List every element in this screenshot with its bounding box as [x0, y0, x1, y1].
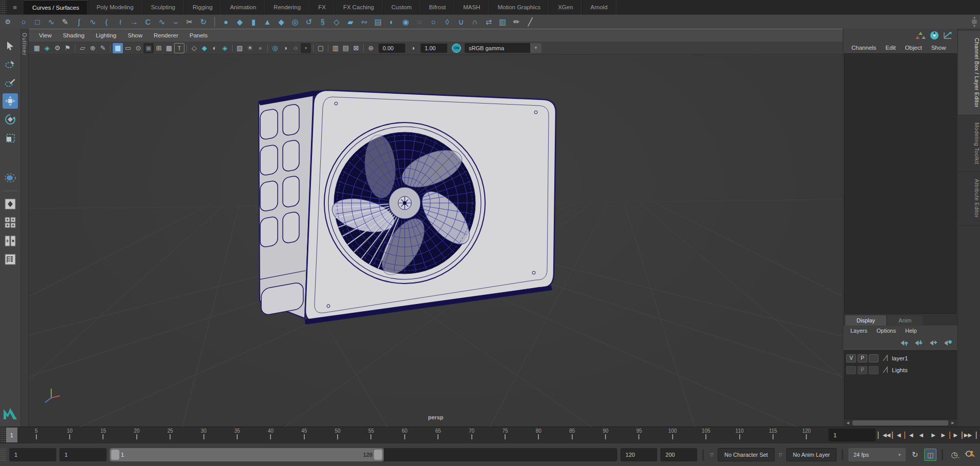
step-back-key-button[interactable]: ▏◀ — [903, 430, 914, 441]
time-slider-grip[interactable] — [0, 427, 6, 443]
range-end-handle[interactable] — [374, 450, 382, 460]
edit-menu[interactable]: Edit — [882, 45, 900, 51]
pan-zoom-tool-icon[interactable]: ⊕ — [88, 43, 98, 53]
untrim-surface-icon[interactable]: ○ — [427, 16, 440, 28]
isolate-select-icon[interactable]: ▢ — [316, 43, 326, 53]
render-settings-icon[interactable]: ▪ — [301, 43, 311, 53]
scroll-right-icon[interactable]: ▶ — [949, 421, 957, 425]
sculpt-surfaces-tool-icon[interactable]: ✏ — [510, 16, 523, 28]
birail-icon[interactable]: ∾ — [358, 16, 370, 28]
cut-curve-icon[interactable]: ✂ — [183, 16, 196, 28]
lighting-mode-icon[interactable]: ◈ — [220, 43, 230, 53]
planar-icon[interactable]: ◇ — [330, 16, 343, 28]
loft-icon[interactable]: § — [317, 16, 329, 28]
bevel-plus-icon[interactable]: ▤ — [372, 16, 384, 28]
shelf-scroll-up-icon[interactable]: ▲ — [973, 16, 976, 19]
lock-camera-icon[interactable]: ◈ — [42, 43, 52, 53]
viewport-canvas[interactable]: persp — [29, 55, 843, 427]
menu-toggle-icon[interactable]: ≡ — [6, 0, 24, 14]
nurbs-cone-icon[interactable]: ▲ — [261, 16, 274, 28]
gamma-field[interactable]: 1.00 — [421, 44, 447, 53]
scrollbar-thumb[interactable] — [852, 420, 948, 426]
anim-layer-caret-icon[interactable]: ▽ — [778, 452, 783, 457]
playback-toggle[interactable]: P — [858, 366, 867, 374]
layers-menu[interactable]: Layers — [846, 328, 871, 334]
color-management-toggle[interactable]: ON — [452, 44, 461, 53]
anim-layer-dropdown[interactable]: No Anim Layer — [786, 448, 837, 461]
ep-curve-tool-icon[interactable]: ∫ — [73, 16, 85, 28]
default-lighting-icon[interactable]: ☀ — [245, 43, 255, 53]
three-point-arc-icon[interactable]: ( — [100, 16, 113, 28]
nurbs-cube-icon[interactable]: ◆ — [234, 16, 246, 28]
2d-zoom-icon[interactable]: ▤ — [341, 43, 351, 53]
shelf-gear-icon[interactable]: ⚙ — [0, 18, 15, 26]
visibility-toggle[interactable]: V — [846, 354, 856, 362]
playblast-icon[interactable]: ◫ — [924, 449, 936, 461]
object-menu[interactable]: Object — [901, 45, 926, 51]
boolean-icon[interactable]: ◐ — [386, 16, 398, 28]
tab-animation[interactable]: Animation — [221, 0, 265, 14]
tab-rigging[interactable]: Rigging — [184, 0, 221, 14]
sidetab-channel-box[interactable]: Channel Box / Layer Editor — [958, 31, 980, 115]
safe-title-icon[interactable]: T — [174, 43, 184, 53]
layer-row-layer1[interactable]: V P layer1 — [844, 352, 956, 364]
nurbs-torus-icon[interactable]: ◎ — [289, 16, 301, 28]
animation-start-field[interactable]: 1 — [9, 448, 56, 461]
sidetab-attribute-editor[interactable]: Attribute Editor — [958, 172, 980, 226]
revolve-icon[interactable]: ↺ — [303, 16, 315, 28]
playback-loop-icon[interactable]: ↻ — [909, 449, 921, 461]
auto-keyframe-icon[interactable]: ◷ ▪ — [948, 449, 961, 461]
play-forwards-button[interactable]: ▶ — [928, 430, 939, 441]
shelf-scrollbar[interactable]: ▲ ▼ — [970, 15, 979, 29]
tab-poly-modeling[interactable]: Poly Modeling — [88, 0, 142, 14]
chevron-down-icon[interactable]: ▼ — [530, 43, 541, 53]
grid-toggle-icon[interactable]: ▦ — [113, 43, 123, 53]
channel-graph-icon[interactable] — [943, 31, 952, 39]
channels-menu[interactable]: Channels — [847, 45, 881, 51]
air-conditioner-model[interactable] — [259, 90, 556, 325]
two-pane-layout-button[interactable] — [3, 233, 18, 249]
shadows-icon[interactable]: ● — [255, 43, 265, 53]
grease-pencil-icon[interactable]: ✎ — [98, 43, 108, 53]
display-type-toggle[interactable] — [869, 354, 879, 362]
channel-speed-icon[interactable] — [930, 31, 939, 40]
field-chart-icon[interactable]: ⊞ — [154, 43, 164, 53]
detach-surfaces-icon[interactable]: ∩ — [469, 16, 481, 28]
extend-curve-icon[interactable]: → — [128, 16, 140, 28]
gate-mask-icon[interactable]: ▣ — [143, 43, 154, 53]
rotate-tool[interactable] — [3, 112, 18, 127]
animation-preferences-icon[interactable] — [964, 449, 976, 461]
display-type-toggle[interactable] — [869, 366, 879, 374]
surface-editing-tool-icon[interactable]: ╱ — [524, 16, 536, 28]
2d-pan-icon[interactable]: ▥ — [330, 43, 341, 53]
exposure-icon[interactable]: ⊛ — [366, 43, 376, 53]
bookmark-icon[interactable]: ⚑ — [62, 43, 73, 53]
step-forward-key-button[interactable]: ▶▕ — [940, 430, 951, 441]
range-start-handle[interactable] — [111, 450, 119, 460]
nurbs-sphere-icon[interactable]: ● — [220, 16, 232, 28]
four-pane-layout-button[interactable] — [3, 215, 18, 230]
current-frame-marker[interactable]: 1 — [6, 428, 17, 442]
character-set-caret-icon[interactable]: ▽ — [709, 452, 715, 457]
edit-curve-tool-icon[interactable]: ∿ — [156, 16, 168, 28]
tab-mash[interactable]: MASH — [454, 0, 489, 14]
resolution-gate-icon[interactable]: ⊙ — [133, 43, 143, 53]
go-to-start-button[interactable]: ▏◀◀ — [879, 430, 890, 441]
current-time-field[interactable]: 1 — [828, 429, 875, 441]
scroll-left-icon[interactable]: ◀ — [844, 421, 852, 425]
step-forward-frame-button[interactable]: ▶▕ — [952, 430, 964, 441]
viewport-menu-panels[interactable]: Panels — [184, 32, 213, 38]
tab-rendering[interactable]: Rendering — [265, 0, 309, 14]
sidetab-modeling-toolkit[interactable]: Modeling Toolkit — [958, 115, 980, 172]
detach-curve-icon[interactable]: ⌣ — [170, 16, 182, 28]
create-empty-layer-icon[interactable] — [929, 339, 938, 347]
attach-surfaces-icon[interactable]: ∪ — [455, 16, 467, 28]
toolbar-grip[interactable] — [0, 0, 6, 14]
go-to-end-button[interactable]: ▶▶▕ — [965, 430, 976, 441]
cv-curve-tool-icon[interactable]: ∿ — [45, 16, 57, 28]
channel-manipulator-icon[interactable] — [915, 31, 926, 40]
extrude-icon[interactable]: ▰ — [344, 16, 357, 28]
offset-curve-icon[interactable]: ≀ — [114, 16, 127, 28]
bezier-curve-tool-icon[interactable]: ∿ — [87, 16, 99, 28]
viewport-menu-show[interactable]: Show — [122, 32, 148, 38]
